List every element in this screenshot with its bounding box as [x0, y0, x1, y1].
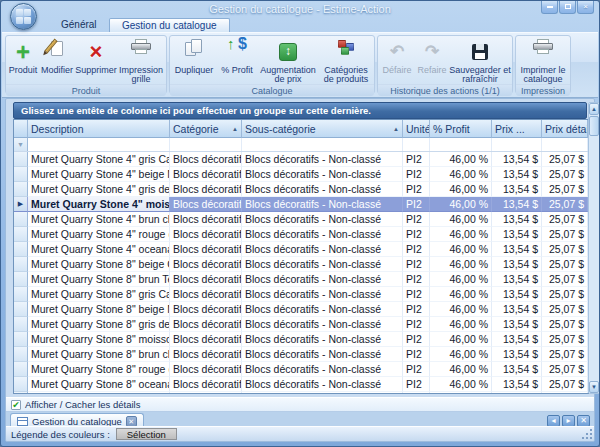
cell-prix-detail: 25,07 $ [542, 332, 588, 347]
grid-rows: Muret Quarry Stone 4" gris CalcaireBlocs… [14, 152, 588, 394]
status-bar: Légende des couleurs : Sélection [6, 426, 594, 441]
augmentation-de-prix-button[interactable]: ↕ Augmentation de prix [257, 37, 319, 84]
supprimer-button[interactable]: × Supprimer [75, 37, 117, 84]
undo-icon: ↶ [390, 39, 404, 64]
ribbon-group-label: Impression [516, 84, 570, 96]
cell-categorie: Blocs décoratifs [170, 377, 242, 392]
cell-prix-detail: 25,07 $ [542, 377, 588, 392]
catalog-grid: Description Catégorie▲ Sous-catégorie▲ U… [13, 119, 589, 394]
close-button[interactable]: × [577, 1, 594, 14]
column-header-description[interactable]: Description [28, 120, 170, 138]
table-row[interactable]: Muret Quarry Stone 8" beige MojaveBlocs … [14, 302, 588, 317]
table-row[interactable]: Muret Quarry Stone 8" moisson d'orBlocs … [14, 332, 588, 347]
cell-description: Muret Quarry Stone 4" gris Calcaire [28, 152, 170, 167]
cell-description: Muret Quarry Stone 4" moisson d'or [28, 197, 170, 212]
scroll-down-button[interactable]: ▼ [589, 381, 599, 393]
modifier-button[interactable]: Modifier [39, 37, 75, 84]
cell-sous-categorie: Blocs décoratifs - Non-classé [242, 242, 403, 257]
row-indicator-cell [14, 152, 28, 167]
cell-description: Muret Quarry Stone 8" brun châtai... [28, 347, 170, 362]
tab-gestion-du-catalogue[interactable]: Gestion du catalogue [109, 18, 230, 32]
row-indicator-cell [14, 182, 28, 197]
cell-sous-categorie: Blocs décoratifs - Non-classé [242, 377, 403, 392]
check-icon: ✔ [12, 401, 20, 409]
column-header-sous-categorie[interactable]: Sous-catégorie▲ [242, 120, 403, 138]
tab-general[interactable]: Général [49, 18, 109, 32]
cell-prix-detail: 25,07 $ [542, 167, 588, 182]
column-header-prix-detail[interactable]: Prix détail [542, 120, 588, 138]
maximize-button[interactable] [559, 1, 576, 14]
resize-grip[interactable] [583, 430, 592, 439]
cell-profit: 46,00 % [430, 212, 492, 227]
cell-categorie: Blocs décoratifs [170, 332, 242, 347]
table-row[interactable]: Muret Quarry Stone 8" gris CalcaireBlocs… [14, 287, 588, 302]
table-row[interactable]: Muret Quarry Stone 4" brun châtai...Bloc… [14, 212, 588, 227]
table-row[interactable]: Muret Quarry Stone 8" gris de Cha...Bloc… [14, 317, 588, 332]
refaire-button[interactable]: ↷ Refaire [415, 37, 449, 84]
cell-unite: PI2 [403, 332, 430, 347]
cell-unite: PI2 [403, 392, 430, 394]
group-by-bar[interactable]: Glissez une entête de colonne ici pour e… [13, 102, 587, 119]
cell-categorie: Blocs décoratifs [170, 182, 242, 197]
selection-legend-badge: Sélection [116, 428, 177, 440]
ribbon: + Produit Modifier × Supprimer Impressio… [2, 32, 598, 98]
cell-sous-categorie: Blocs décoratifs - Non-classé [242, 167, 403, 182]
dupliquer-button[interactable]: Dupliquer [171, 37, 217, 84]
column-header-categorie[interactable]: Catégorie▲ [170, 120, 242, 138]
details-toggle-bar: ✔ Afficher / Cacher les détails [6, 397, 594, 412]
defaire-button[interactable]: ↶ Défaire [379, 37, 415, 84]
column-header-unite[interactable]: Unité [403, 120, 430, 138]
cell-profit: 46,00 % [430, 242, 492, 257]
cell-sous-categorie: Blocs décoratifs - Non-classé [242, 317, 403, 332]
cell-sous-categorie: Blocs décoratifs - Non-classé [242, 257, 403, 272]
table-row[interactable]: Muret Quarry Stone 8" brun TerreBlocs dé… [14, 272, 588, 287]
table-row[interactable]: Muret Creta beige carbonnifèreBlocs déco… [14, 392, 588, 394]
filter-row[interactable]: ▼ [14, 138, 588, 152]
table-row-selected[interactable]: ▶Muret Quarry Stone 4" moisson d'orBlocs… [14, 197, 588, 212]
column-header-prix[interactable]: Prix ... [492, 120, 542, 138]
table-row[interactable]: Muret Quarry Stone 8" brun châtai...Bloc… [14, 347, 588, 362]
cell-profit: 46,00 % [430, 377, 492, 392]
cell-sous-categorie: Blocs décoratifs - Non-classé [242, 302, 403, 317]
table-row[interactable]: Muret Quarry Stone 4" beige MojaveBlocs … [14, 167, 588, 182]
grid-header-row: Description Catégorie▲ Sous-catégorie▲ U… [14, 120, 588, 138]
cell-sous-categorie: Blocs décoratifs - Non-classé [242, 212, 403, 227]
table-row[interactable]: Muret Quarry Stone 4" rouge d'aut...Bloc… [14, 227, 588, 242]
sauvegarder-et-rafraichir-button[interactable]: Sauvegarder et rafraîchir [449, 37, 511, 84]
app-menu-orb[interactable] [10, 3, 37, 30]
cell-categorie: Blocs décoratifs [170, 227, 242, 242]
pourcent-profit-button[interactable]: $↑ % Profit [217, 37, 257, 84]
details-checkbox[interactable]: ✔ [11, 400, 21, 410]
row-indicator-cell [14, 317, 28, 332]
catalog-panel: Glissez une entête de colonne ici pour e… [5, 98, 595, 442]
column-header-profit[interactable]: % Profit [430, 120, 492, 138]
cell-prix: 13,54 $ [492, 347, 542, 362]
cell-categorie: Blocs décoratifs [170, 347, 242, 362]
sort-asc-icon: ▲ [230, 126, 238, 132]
cell-prix: 13,54 $ [492, 377, 542, 392]
cell-categorie: Blocs décoratifs [170, 242, 242, 257]
table-row[interactable]: Muret Quarry Stone 4" gris de Cha...Bloc… [14, 182, 588, 197]
cell-unite: PI2 [403, 347, 430, 362]
cell-prix: 13,54 $ [492, 317, 542, 332]
cell-unite: PI2 [403, 302, 430, 317]
produit-button[interactable]: + Produit [7, 37, 39, 84]
row-indicator-cell [14, 302, 28, 317]
table-row[interactable]: Muret Quarry Stone 8" rouge d'aut...Bloc… [14, 362, 588, 377]
imprimer-le-catalogue-button[interactable]: Imprimer le catalogue [517, 37, 569, 84]
table-row[interactable]: Muret Quarry Stone 8" beige Carbo...Bloc… [14, 257, 588, 272]
ribbon-group-label: Historique des actions (1/1) [378, 84, 512, 96]
cell-categorie: Blocs décoratifs [170, 317, 242, 332]
scrollbar-thumb[interactable] [589, 116, 599, 136]
categories-de-produits-button[interactable]: Catégories de produits [319, 37, 373, 84]
scroll-up-button[interactable]: ▲ [589, 103, 599, 115]
cell-description: Muret Quarry Stone 4" oceana [28, 242, 170, 257]
table-row[interactable]: Muret Quarry Stone 4" oceanaBlocs décora… [14, 242, 588, 257]
cell-unite: PI2 [403, 377, 430, 392]
table-row[interactable]: Muret Quarry Stone 4" gris CalcaireBlocs… [14, 152, 588, 167]
minimize-button[interactable] [541, 1, 558, 14]
categories-icon [336, 39, 356, 64]
vertical-scrollbar[interactable]: ▲ ▼ [588, 102, 600, 394]
table-row[interactable]: Muret Quarry Stone 8" oceanaBlocs décora… [14, 377, 588, 392]
impression-grille-button[interactable]: Impression grille [117, 37, 165, 84]
